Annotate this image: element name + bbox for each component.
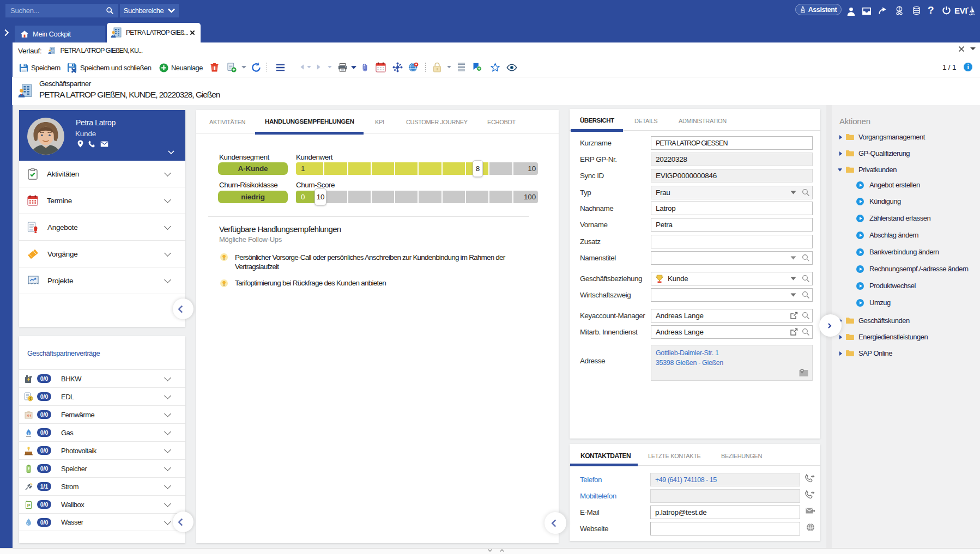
svg-text:P: P: [27, 502, 31, 508]
